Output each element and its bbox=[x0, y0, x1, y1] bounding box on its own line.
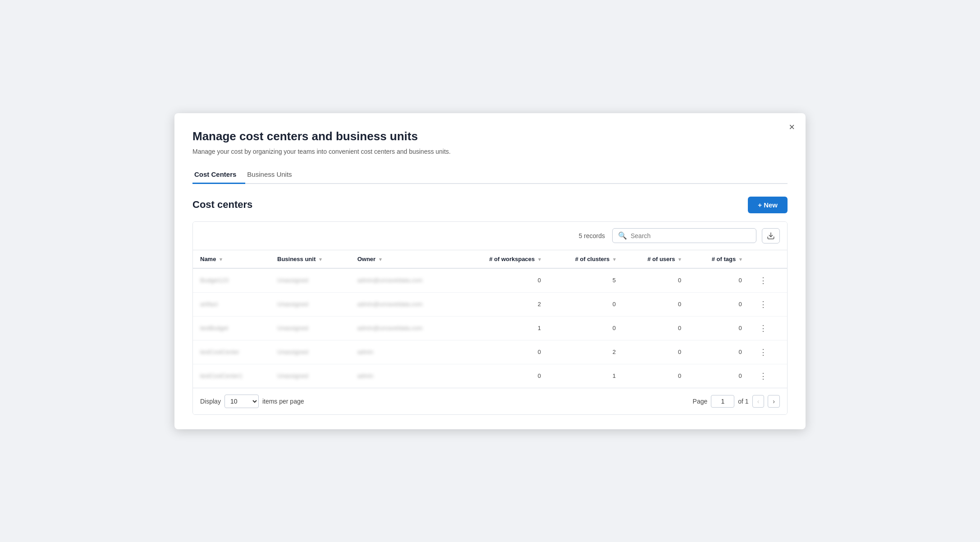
cell-owner: admin@unraveldata.com bbox=[350, 268, 458, 293]
sort-bu-icon: ▾ bbox=[319, 257, 322, 262]
page-input[interactable] bbox=[711, 395, 734, 408]
next-page-button[interactable]: › bbox=[768, 395, 780, 408]
row-actions-button[interactable]: ⋮ bbox=[756, 322, 770, 334]
section-title: Cost centers bbox=[192, 199, 252, 211]
items-per-page-label: items per page bbox=[262, 398, 304, 405]
cell-users: 0 bbox=[623, 268, 688, 293]
cell-actions: ⋮ bbox=[749, 364, 787, 388]
search-box: 🔍 bbox=[612, 228, 756, 243]
row-actions-button[interactable]: ⋮ bbox=[756, 370, 770, 382]
cell-name: Budget123 bbox=[193, 268, 270, 293]
col-header-owner[interactable]: Owner ▾ bbox=[350, 250, 458, 268]
table-row: testBudget Unassigned admin@unraveldata.… bbox=[193, 316, 787, 340]
tab-cost-centers[interactable]: Cost Centers bbox=[192, 166, 245, 184]
sort-clusters-icon: ▾ bbox=[613, 257, 616, 262]
table-body: Budget123 Unassigned admin@unraveldata.c… bbox=[193, 268, 787, 388]
cell-users: 0 bbox=[623, 364, 688, 388]
cell-business-unit: Unassigned bbox=[270, 340, 350, 364]
cell-users: 0 bbox=[623, 292, 688, 316]
modal-title: Manage cost centers and business units bbox=[192, 129, 788, 143]
col-header-tags[interactable]: # of tags ▾ bbox=[688, 250, 749, 268]
table-row: artifact Unassigned admin@unraveldata.co… bbox=[193, 292, 787, 316]
sort-owner-icon: ▾ bbox=[379, 257, 382, 262]
display-control: Display 10 20 50 100 items per page bbox=[200, 395, 304, 408]
cell-clusters: 0 bbox=[548, 292, 623, 316]
cell-actions: ⋮ bbox=[749, 340, 787, 364]
cell-tags: 0 bbox=[688, 340, 749, 364]
cell-workspaces: 0 bbox=[458, 364, 548, 388]
search-icon: 🔍 bbox=[618, 231, 627, 240]
sort-tags-icon: ▾ bbox=[739, 257, 742, 262]
sort-workspaces-icon: ▾ bbox=[538, 257, 541, 262]
cell-business-unit: Unassigned bbox=[270, 364, 350, 388]
cell-business-unit: Unassigned bbox=[270, 316, 350, 340]
tab-business-units[interactable]: Business Units bbox=[245, 166, 301, 184]
cell-owner: admin bbox=[350, 364, 458, 388]
cell-tags: 0 bbox=[688, 364, 749, 388]
sort-name-icon: ▾ bbox=[220, 257, 222, 262]
cell-name: testCostCenter bbox=[193, 340, 270, 364]
search-input[interactable] bbox=[631, 232, 751, 239]
modal-subtitle: Manage your cost by organizing your team… bbox=[192, 148, 788, 155]
tab-bar: Cost Centers Business Units bbox=[192, 166, 788, 184]
cell-workspaces: 2 bbox=[458, 292, 548, 316]
display-label: Display bbox=[200, 398, 221, 405]
table-container: 5 records 🔍 Name ▾ bbox=[192, 221, 788, 415]
cell-workspaces: 1 bbox=[458, 316, 548, 340]
col-header-name[interactable]: Name ▾ bbox=[193, 250, 270, 268]
cell-business-unit: Unassigned bbox=[270, 292, 350, 316]
cell-owner: admin@unraveldata.com bbox=[350, 316, 458, 340]
cell-owner: admin bbox=[350, 340, 458, 364]
page-total: of 1 bbox=[738, 398, 748, 405]
cell-workspaces: 0 bbox=[458, 340, 548, 364]
col-header-workspaces[interactable]: # of workspaces ▾ bbox=[458, 250, 548, 268]
row-actions-button[interactable]: ⋮ bbox=[756, 275, 770, 286]
table-row: testCostCenter1 Unassigned admin 0 1 0 0… bbox=[193, 364, 787, 388]
cell-clusters: 2 bbox=[548, 340, 623, 364]
page-label: Page bbox=[693, 398, 708, 405]
row-actions-button[interactable]: ⋮ bbox=[756, 346, 770, 358]
table-toolbar: 5 records 🔍 bbox=[193, 222, 787, 250]
table-row: testCostCenter Unassigned admin 0 2 0 0 … bbox=[193, 340, 787, 364]
col-header-clusters[interactable]: # of clusters ▾ bbox=[548, 250, 623, 268]
cell-clusters: 5 bbox=[548, 268, 623, 293]
cell-users: 0 bbox=[623, 340, 688, 364]
download-icon bbox=[767, 232, 775, 240]
cell-workspaces: 0 bbox=[458, 268, 548, 293]
pagination-control: Page of 1 ‹ › bbox=[693, 395, 780, 408]
col-header-users[interactable]: # of users ▾ bbox=[623, 250, 688, 268]
cell-clusters: 0 bbox=[548, 316, 623, 340]
cell-name: testCostCenter1 bbox=[193, 364, 270, 388]
modal-container: × Manage cost centers and business units… bbox=[174, 113, 806, 429]
close-button[interactable]: × bbox=[789, 122, 795, 132]
prev-page-button[interactable]: ‹ bbox=[752, 395, 765, 408]
cell-name: artifact bbox=[193, 292, 270, 316]
cell-business-unit: Unassigned bbox=[270, 268, 350, 293]
data-table: Name ▾ Business unit ▾ Owner ▾ # of work… bbox=[193, 250, 787, 388]
new-button[interactable]: + New bbox=[748, 197, 788, 213]
items-per-page-select[interactable]: 10 20 50 100 bbox=[224, 395, 259, 408]
table-row: Budget123 Unassigned admin@unraveldata.c… bbox=[193, 268, 787, 293]
cell-actions: ⋮ bbox=[749, 268, 787, 293]
cell-clusters: 1 bbox=[548, 364, 623, 388]
cell-name: testBudget bbox=[193, 316, 270, 340]
cell-tags: 0 bbox=[688, 316, 749, 340]
table-header-row: Name ▾ Business unit ▾ Owner ▾ # of work… bbox=[193, 250, 787, 268]
sort-users-icon: ▾ bbox=[678, 257, 681, 262]
col-header-actions bbox=[749, 250, 787, 268]
cell-tags: 0 bbox=[688, 292, 749, 316]
col-header-business-unit[interactable]: Business unit ▾ bbox=[270, 250, 350, 268]
cell-owner: admin@unraveldata.com bbox=[350, 292, 458, 316]
download-button[interactable] bbox=[762, 228, 780, 243]
table-footer: Display 10 20 50 100 items per page Page… bbox=[193, 388, 787, 414]
cell-users: 0 bbox=[623, 316, 688, 340]
cell-tags: 0 bbox=[688, 268, 749, 293]
records-count: 5 records bbox=[579, 232, 605, 239]
section-header: Cost centers + New bbox=[192, 197, 788, 213]
cell-actions: ⋮ bbox=[749, 292, 787, 316]
cell-actions: ⋮ bbox=[749, 316, 787, 340]
row-actions-button[interactable]: ⋮ bbox=[756, 299, 770, 310]
